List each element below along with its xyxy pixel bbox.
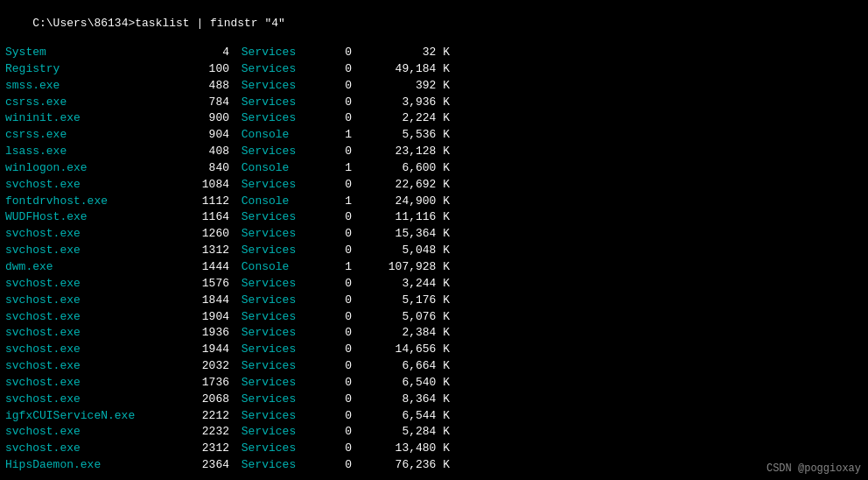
table-row: csrss.exe784 Services0 3,936 K: [5, 95, 863, 111]
table-row: wininit.exe900 Services0 2,224 K: [5, 110, 863, 127]
process-session: Services: [233, 293, 320, 309]
process-session-num: 0: [320, 226, 355, 243]
table-row: csrss.exe904 Console1 5,536 K: [5, 127, 863, 144]
process-name: svchost.exe: [5, 358, 180, 375]
process-name: winlogon.exe: [5, 160, 180, 177]
process-name: svchost.exe: [5, 441, 180, 457]
table-row: svchost.exe2032 Services0 6,664 K: [5, 358, 863, 375]
process-pid: 1936: [180, 325, 233, 342]
process-session: Services: [233, 276, 320, 293]
process-session: Services: [233, 177, 320, 194]
process-memory: 14,656 K: [355, 342, 452, 358]
table-row: WUDFHost.exe1164 Services0 11,116 K: [5, 209, 863, 226]
process-session: Services: [233, 45, 320, 61]
process-session-num: 0: [320, 392, 355, 408]
table-row: svchost.exe1944 Services0 14,656 K: [5, 342, 863, 358]
process-name: lsass.exe: [5, 144, 180, 160]
process-session-num: 0: [320, 95, 355, 111]
table-row: svchost.exe1260 Services0 15,364 K: [5, 226, 863, 243]
process-pid: 100: [180, 61, 233, 78]
process-session: Services: [233, 392, 320, 408]
process-pid: 1312: [180, 243, 233, 259]
process-name: svchost.exe: [5, 177, 180, 194]
process-memory: 22,692 K: [355, 177, 452, 194]
process-memory: 24,900 K: [355, 194, 452, 210]
process-memory: 8,364 K: [355, 392, 452, 408]
process-memory: 6,544 K: [355, 408, 452, 425]
process-session: Services: [233, 325, 320, 342]
process-session-num: 0: [320, 61, 355, 78]
process-pid: 2364: [180, 457, 233, 474]
process-session-num: 1: [320, 127, 355, 144]
process-pid: 2068: [180, 392, 233, 408]
process-memory: 32 K: [355, 45, 452, 61]
table-row: svchost.exe1312 Services0 5,048 K: [5, 243, 863, 259]
process-session-num: 0: [320, 408, 355, 425]
process-session-num: 0: [320, 144, 355, 160]
process-memory: 5,048 K: [355, 243, 452, 259]
table-row: svchost.exe2068 Services0 8,364 K: [5, 392, 863, 408]
process-session: Services: [233, 61, 320, 78]
process-pid: 1260: [180, 226, 233, 243]
process-memory: 23,128 K: [355, 144, 452, 160]
process-memory: 3,244 K: [355, 276, 452, 293]
process-session-num: 0: [320, 45, 355, 61]
table-row: svchost.exe1576 Services0 3,244 K: [5, 276, 863, 293]
process-session: Console: [233, 194, 320, 210]
process-name: svchost.exe: [5, 424, 180, 441]
process-session-num: 0: [320, 78, 355, 95]
process-name: svchost.exe: [5, 342, 180, 358]
process-pid: 1084: [180, 177, 233, 194]
process-session: Services: [233, 209, 320, 226]
process-name: csrss.exe: [5, 95, 180, 111]
process-session-num: 0: [320, 457, 355, 474]
table-row: svchost.exe1844 Services0 5,176 K: [5, 293, 863, 309]
process-session-num: 0: [320, 276, 355, 293]
process-pid: 2312: [180, 441, 233, 457]
process-session: Services: [233, 424, 320, 441]
process-name: Registry: [5, 61, 180, 78]
terminal: C:\Users\86134>tasklist | findstr "4" Sy…: [0, 0, 868, 480]
process-pid: 1736: [180, 375, 233, 392]
process-session-num: 0: [320, 358, 355, 375]
process-name: igfxCUIServiceN.exe: [5, 408, 180, 425]
process-session-num: 0: [320, 243, 355, 259]
process-pid: 488: [180, 78, 233, 95]
process-name: WUDFHost.exe: [5, 209, 180, 226]
process-session-num: 0: [320, 441, 355, 457]
process-memory: 3,936 K: [355, 95, 452, 111]
table-row: igfxCUIServiceN.exe2212 Services0 6,544 …: [5, 408, 863, 425]
process-session: Services: [233, 441, 320, 457]
process-name: svchost.exe: [5, 276, 180, 293]
process-session-num: 0: [320, 424, 355, 441]
process-name: svchost.exe: [5, 309, 180, 326]
process-pid: 2032: [180, 358, 233, 375]
process-memory: 5,176 K: [355, 293, 452, 309]
process-pid: 1844: [180, 293, 233, 309]
table-row: smss.exe488 Services0 392 K: [5, 78, 863, 95]
process-pid: 1576: [180, 276, 233, 293]
process-name: svchost.exe: [5, 375, 180, 392]
process-name: dwm.exe: [5, 259, 180, 276]
process-session-num: 1: [320, 160, 355, 177]
process-session: Services: [233, 375, 320, 392]
process-pid: 4: [180, 45, 233, 61]
process-memory: 5,076 K: [355, 309, 452, 326]
process-session-num: 0: [320, 309, 355, 326]
table-row: Registry100 Services0 49,184 K: [5, 61, 863, 78]
process-session-num: 0: [320, 375, 355, 392]
table-row: lsass.exe408 Services0 23,128 K: [5, 144, 863, 160]
command-line: C:\Users\86134>tasklist | findstr "4": [5, 4, 863, 43]
process-pid: 904: [180, 127, 233, 144]
process-pid: 2232: [180, 424, 233, 441]
process-memory: 13,480 K: [355, 441, 452, 457]
process-pid: 408: [180, 144, 233, 160]
process-name: svchost.exe: [5, 325, 180, 342]
process-memory: 15,364 K: [355, 226, 452, 243]
process-pid: 900: [180, 110, 233, 127]
table-row: HipsDaemon.exe2364 Services0 76,236 K: [5, 457, 863, 474]
process-memory: 2,224 K: [355, 110, 452, 127]
process-session: Services: [233, 408, 320, 425]
process-memory: 11,116 K: [355, 209, 452, 226]
process-session-num: 0: [320, 177, 355, 194]
